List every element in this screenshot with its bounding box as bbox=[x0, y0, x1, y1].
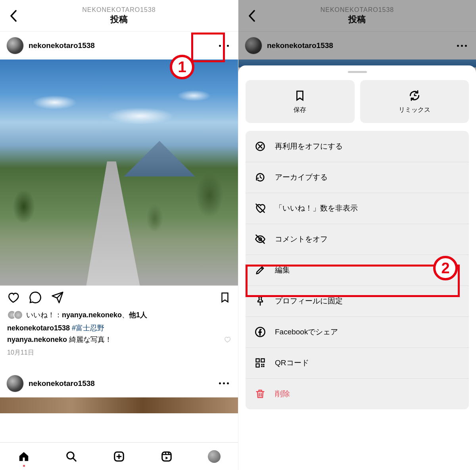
facebook-icon bbox=[254, 326, 266, 338]
nav-home[interactable] bbox=[17, 449, 31, 464]
post-photo[interactable] bbox=[0, 59, 238, 286]
caption-username[interactable]: nekonekotaro1538 bbox=[7, 324, 70, 332]
menu-label: プロフィールに固定 bbox=[275, 296, 343, 306]
save-label: 保存 bbox=[294, 106, 306, 114]
post-author-row: nekonekotaro1538 bbox=[0, 32, 238, 59]
comment-row: nyanya.nekoneko 綺麗な写真！ bbox=[7, 334, 231, 345]
author-username[interactable]: nekonekotaro1538 bbox=[29, 41, 211, 50]
svg-rect-6 bbox=[256, 359, 259, 362]
eye-off-icon bbox=[254, 233, 266, 245]
second-post: nekonekotaro1538 bbox=[0, 370, 238, 413]
menu-label: コメントをオフ bbox=[275, 234, 328, 244]
profile-avatar-icon bbox=[208, 450, 221, 463]
header: NEKONEKOTARO1538 投稿 bbox=[0, 0, 238, 32]
menu-label: 削除 bbox=[275, 389, 290, 399]
nav-create[interactable] bbox=[112, 449, 126, 464]
comment-icon bbox=[29, 291, 42, 304]
likes-suffix: 、 bbox=[122, 311, 129, 319]
post-date: 10月11日 bbox=[7, 347, 231, 358]
save-card[interactable]: 保存 bbox=[246, 80, 355, 123]
menu-fb-share[interactable]: Facebookでシェア bbox=[246, 317, 469, 347]
likes-others: 他1人 bbox=[129, 311, 147, 319]
nav-profile[interactable] bbox=[207, 449, 221, 464]
menu-qr[interactable]: QRコード bbox=[246, 347, 469, 378]
ellipsis-icon bbox=[219, 382, 229, 384]
post-action-bar bbox=[0, 286, 238, 309]
avatar[interactable] bbox=[6, 37, 24, 54]
caption-line: nekonekotaro1538 #富士忍野 bbox=[7, 322, 231, 334]
author-username[interactable]: nekonekotaro1538 bbox=[29, 379, 211, 388]
qr-icon bbox=[254, 357, 266, 369]
notification-dot bbox=[23, 465, 25, 467]
liker-avatars bbox=[7, 310, 23, 320]
bookmark-button[interactable] bbox=[218, 291, 232, 304]
home-icon bbox=[18, 451, 30, 462]
header-title: 投稿 bbox=[82, 13, 156, 25]
remix-label: リミックス bbox=[399, 106, 430, 114]
more-options-button[interactable] bbox=[216, 376, 232, 391]
heart-off-icon bbox=[254, 202, 266, 214]
bookmark-icon bbox=[294, 89, 306, 102]
menu-label: 再利用をオフにする bbox=[275, 141, 343, 152]
plus-square-icon bbox=[113, 451, 125, 462]
remix-icon bbox=[408, 89, 421, 102]
screen-right: NEKONEKOTARO1538 投稿 nekonekotaro1538 保存 … bbox=[238, 0, 476, 470]
svg-rect-11 bbox=[261, 366, 263, 367]
share-button[interactable] bbox=[51, 291, 64, 304]
svg-rect-7 bbox=[261, 359, 264, 362]
bottom-nav bbox=[0, 442, 238, 470]
header-subtitle: NEKONEKOTARO1538 bbox=[82, 6, 156, 13]
heart-icon bbox=[7, 291, 19, 304]
likes-user: nyanya.nekoneko bbox=[62, 311, 122, 319]
comment-like-button[interactable] bbox=[224, 336, 231, 343]
nav-reels[interactable] bbox=[159, 449, 174, 464]
menu-label: Facebookでシェア bbox=[275, 327, 338, 337]
reels-icon bbox=[161, 451, 173, 462]
search-icon bbox=[65, 451, 77, 462]
ellipsis-icon bbox=[219, 45, 229, 47]
svg-rect-8 bbox=[256, 364, 259, 367]
menu-reuse-off[interactable]: 再利用をオフにする bbox=[246, 131, 469, 162]
heart-outline-icon bbox=[224, 336, 231, 343]
back-button[interactable] bbox=[5, 7, 22, 25]
post-caption-area: いいね！：nyanya.nekoneko、他1人 nekonekotaro153… bbox=[0, 309, 238, 358]
comment-text: 綺麗な写真！ bbox=[67, 336, 112, 343]
remix-card[interactable]: リミックス bbox=[360, 80, 469, 123]
menu-delete[interactable]: 削除 bbox=[246, 378, 469, 409]
menu-label: QRコード bbox=[275, 358, 309, 368]
comment-username[interactable]: nyanya.nekoneko bbox=[7, 336, 67, 343]
trash-icon bbox=[254, 388, 266, 400]
send-icon bbox=[51, 291, 64, 304]
annotation-badge-1: 1 bbox=[170, 55, 194, 79]
screen-left: NEKONEKOTARO1538 投稿 nekonekotaro1538 bbox=[0, 0, 238, 470]
menu-label: アーカイブする bbox=[275, 172, 328, 182]
sheet-grabber[interactable] bbox=[348, 71, 367, 73]
menu-archive[interactable]: アーカイブする bbox=[246, 162, 469, 193]
pencil-icon bbox=[254, 264, 266, 276]
menu-hide-likes[interactable]: 「いいね！」数を非表示 bbox=[246, 193, 469, 224]
menu-comments-off[interactable]: コメントをオフ bbox=[246, 224, 469, 255]
menu-label: 「いいね！」数を非表示 bbox=[275, 203, 358, 213]
chevron-left-icon bbox=[10, 10, 17, 22]
more-options-button[interactable] bbox=[216, 38, 232, 54]
history-icon bbox=[254, 171, 266, 183]
svg-rect-10 bbox=[263, 366, 265, 367]
post-photo[interactable] bbox=[0, 397, 238, 413]
comment-button[interactable] bbox=[29, 291, 42, 304]
likes-prefix: いいね！： bbox=[26, 311, 62, 319]
pin-icon bbox=[254, 295, 266, 307]
bookmark-icon bbox=[219, 291, 231, 304]
svg-rect-12 bbox=[263, 364, 265, 365]
likes-row[interactable]: いいね！：nyanya.nekoneko、他1人 bbox=[7, 309, 231, 321]
menu-pin[interactable]: プロフィールに固定 bbox=[246, 286, 469, 317]
menu-label: 編集 bbox=[275, 265, 290, 275]
nav-search[interactable] bbox=[64, 449, 79, 464]
like-button[interactable] bbox=[6, 291, 20, 304]
post-author-row: nekonekotaro1538 bbox=[0, 370, 238, 397]
avatar[interactable] bbox=[6, 375, 24, 392]
annotation-badge-2: 2 bbox=[433, 256, 458, 280]
svg-rect-2 bbox=[162, 452, 171, 461]
circle-x-icon bbox=[254, 140, 266, 152]
svg-rect-9 bbox=[261, 364, 263, 365]
caption-hashtag[interactable]: #富士忍野 bbox=[72, 324, 104, 332]
